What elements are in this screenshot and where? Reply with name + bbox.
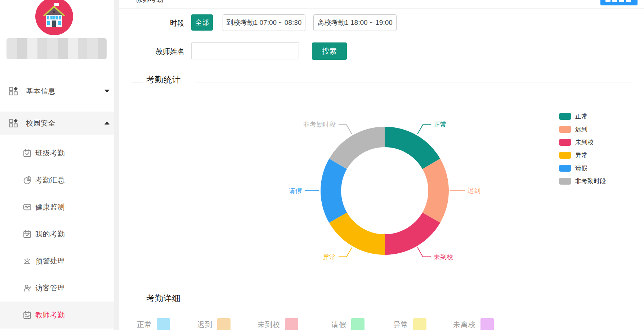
detail-legend-label: 迟到 bbox=[197, 320, 213, 330]
sidebar-item-label: 预警处理 bbox=[35, 256, 65, 266]
callout-label: 非考勤时段 bbox=[303, 121, 336, 128]
sidebar-item-visitor-management[interactable]: 访客管理 bbox=[0, 275, 114, 302]
chart-legend-item-异常[interactable]: 异常 bbox=[559, 152, 606, 159]
detail-section-title: 考勤详细 bbox=[146, 293, 181, 304]
sidebar-item-label: 班级考勤 bbox=[35, 148, 65, 158]
section-line bbox=[196, 301, 632, 301]
legend-label: 非考勤时段 bbox=[575, 177, 606, 185]
donut-segment-正常[interactable] bbox=[385, 127, 440, 169]
donut-segment-非考勤时段[interactable] bbox=[329, 127, 385, 169]
legend-swatch bbox=[559, 165, 571, 172]
section-line bbox=[196, 82, 632, 82]
callout-label: 异常 bbox=[323, 253, 336, 261]
callout-label: 正常 bbox=[434, 121, 447, 128]
teacher-name-input[interactable] bbox=[191, 42, 299, 59]
callout-label: 未到校 bbox=[434, 253, 453, 261]
sidebar-item-label: 基本信息 bbox=[26, 86, 55, 96]
detail-legend-swatch bbox=[217, 318, 231, 330]
detail-legend-swatch bbox=[285, 318, 298, 330]
callout-line bbox=[417, 248, 431, 257]
school-building-icon bbox=[41, 2, 67, 28]
chart-legend-item-迟到[interactable]: 迟到 bbox=[559, 126, 606, 133]
sidebar-item-health-monitor[interactable]: 健康监测 bbox=[0, 194, 114, 221]
callout-line bbox=[339, 125, 352, 134]
detail-legend-item-正常: 正常 bbox=[137, 318, 170, 330]
redacted-username bbox=[6, 38, 107, 59]
sidebar-item-label: 访客管理 bbox=[35, 283, 65, 293]
detail-status-legend: 正常迟到未到校请假异常未离校 bbox=[0, 318, 644, 330]
chart-legend-item-请假[interactable]: 请假 bbox=[559, 165, 606, 172]
chart-legend-item-非考勤时段[interactable]: 非考勤时段 bbox=[559, 178, 606, 185]
detail-legend-item-未到校: 未到校 bbox=[258, 318, 298, 330]
legend-label: 正常 bbox=[575, 112, 587, 121]
legend-swatch bbox=[559, 178, 571, 185]
donut-segment-迟到[interactable] bbox=[422, 159, 449, 223]
donut-segment-未到校[interactable] bbox=[385, 212, 440, 255]
health-pulse-icon bbox=[22, 203, 32, 212]
visitor-person-icon bbox=[22, 284, 32, 293]
legend-swatch bbox=[559, 139, 571, 146]
sidebar-item-alert-handling[interactable]: 预警处理 bbox=[0, 248, 114, 275]
detail-legend-item-未离校: 未离校 bbox=[453, 318, 494, 330]
sidebar-item-class-attendance[interactable]: 班级考勤 bbox=[0, 140, 114, 167]
modules-grid-icon bbox=[9, 86, 18, 96]
detail-legend-swatch bbox=[351, 318, 365, 330]
chart-legend-item-正常[interactable]: 正常 bbox=[559, 113, 606, 120]
teacher-attendance-page: { "header": { "page_title": "教师考勤", "act… bbox=[0, 0, 644, 330]
calendar-check-icon bbox=[22, 149, 32, 158]
sidebar-item-basic-info[interactable]: 基本信息 bbox=[0, 80, 114, 103]
clipped-button-label bbox=[605, 0, 631, 2]
header-divider bbox=[119, 8, 644, 9]
callout-label: 迟到 bbox=[468, 187, 480, 194]
detail-legend-item-异常: 异常 bbox=[393, 318, 426, 330]
sidebar-item-label: 我的考勤 bbox=[35, 229, 65, 239]
school-logo-avatar bbox=[35, 0, 73, 35]
chevron-down-icon bbox=[104, 90, 109, 92]
sidebar-item-label: 考勤汇总 bbox=[35, 175, 65, 185]
detail-legend-label: 正常 bbox=[137, 320, 152, 330]
detail-legend-label: 请假 bbox=[331, 320, 346, 330]
sidebar: 基本信息 校园安全 班级考勤 考勤汇总 bbox=[0, 0, 114, 330]
chart-legend: 正常迟到未到校异常请假非考勤时段 bbox=[559, 113, 606, 191]
teacher-name-label: 教师姓名 bbox=[126, 47, 184, 56]
stats-section-title: 考勤统计 bbox=[146, 74, 181, 85]
chart-legend-item-未到校[interactable]: 未到校 bbox=[559, 139, 606, 146]
detail-legend-label: 未离校 bbox=[453, 320, 476, 330]
legend-label: 迟到 bbox=[575, 125, 587, 134]
attendance-donut-chart[interactable]: 正常迟到未到校异常请假非考勤时段 bbox=[252, 115, 490, 270]
detail-legend-swatch bbox=[480, 318, 494, 330]
layout-gutter bbox=[114, 0, 119, 330]
period-option-all-button[interactable]: 全部 bbox=[191, 14, 213, 31]
detail-legend-label: 异常 bbox=[393, 320, 408, 330]
period-option-arrival-button[interactable]: 到校考勤1 07:00 ~ 08:30 bbox=[223, 14, 305, 31]
detail-legend-swatch bbox=[413, 318, 426, 330]
section-tick bbox=[131, 301, 143, 301]
sidebar-item-label: 健康监测 bbox=[35, 202, 65, 212]
top-action-button[interactable] bbox=[600, 0, 638, 5]
donut-segment-异常[interactable] bbox=[329, 213, 385, 255]
calendar-check-icon bbox=[22, 230, 32, 239]
section-tick bbox=[131, 82, 143, 82]
pie-chart-icon bbox=[22, 176, 32, 185]
page-title: 教师考勤 bbox=[136, 0, 163, 4]
modules-grid-icon bbox=[9, 118, 18, 128]
legend-swatch bbox=[559, 152, 571, 159]
sidebar-item-my-attendance[interactable]: 我的考勤 bbox=[0, 221, 114, 248]
detail-legend-item-迟到: 迟到 bbox=[197, 318, 231, 330]
search-button[interactable]: 搜索 bbox=[312, 42, 347, 60]
sidebar-item-label: 校园安全 bbox=[26, 118, 55, 128]
period-option-departure-button[interactable]: 离校考勤1 18:00 ~ 19:00 bbox=[313, 14, 397, 31]
detail-legend-swatch bbox=[157, 318, 170, 330]
callout-line bbox=[339, 248, 352, 257]
callout-line bbox=[417, 125, 431, 134]
detail-legend-label: 未到校 bbox=[258, 320, 280, 330]
legend-swatch bbox=[559, 126, 571, 133]
donut-segment-请假[interactable] bbox=[321, 159, 347, 223]
alarm-siren-icon bbox=[22, 257, 32, 266]
sidebar-item-campus-safety[interactable]: 校园安全 bbox=[0, 112, 114, 135]
legend-swatch bbox=[559, 113, 571, 120]
chevron-up-icon bbox=[104, 122, 109, 125]
legend-label: 请假 bbox=[575, 164, 587, 172]
sidebar-item-attendance-summary[interactable]: 考勤汇总 bbox=[0, 167, 114, 194]
legend-label: 异常 bbox=[575, 151, 587, 159]
